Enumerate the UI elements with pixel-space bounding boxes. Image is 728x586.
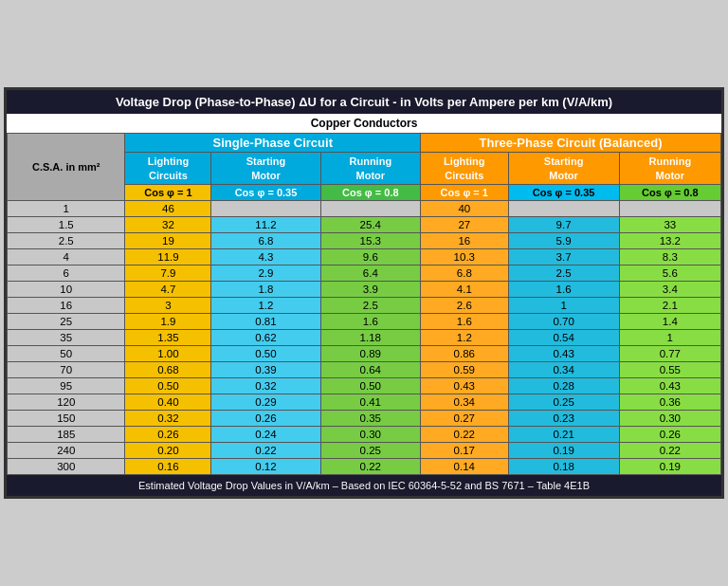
data-cell: 25.4	[320, 216, 421, 232]
data-cell: 1.2	[211, 297, 320, 313]
data-cell: 0.19	[619, 458, 720, 474]
data-cell: 0.54	[508, 329, 619, 345]
data-cell: 1.00	[125, 345, 211, 361]
csa-cell: 150	[8, 410, 125, 426]
data-cell: 27	[421, 216, 508, 232]
data-cell: 4.7	[125, 281, 211, 297]
data-cell: 2.5	[508, 265, 619, 281]
rm-three-header: RunningMotor	[619, 153, 720, 185]
csa-cell: 1.5	[8, 216, 125, 232]
data-cell: 0.81	[211, 313, 320, 329]
data-cell: 0.20	[125, 442, 211, 458]
data-cell: 1.6	[320, 313, 421, 329]
data-cell: 0.30	[320, 426, 421, 442]
data-cell: 9.7	[508, 216, 619, 232]
data-cell: 16	[421, 232, 508, 248]
data-cell: 46	[125, 200, 211, 216]
data-cell: 2.6	[421, 297, 508, 313]
data-cell: 2.1	[619, 297, 720, 313]
voltage-drop-table: C.S.A. in mm² Single-Phase Circuit Three…	[7, 133, 721, 475]
data-cell: 2.5	[320, 297, 421, 313]
data-cell: 0.89	[320, 345, 421, 361]
csa-cell: 300	[8, 458, 125, 474]
data-cell: 0.32	[211, 377, 320, 394]
subtitle-bar: Copper Conductors	[7, 114, 721, 133]
data-cell: 0.16	[125, 458, 211, 474]
cos-lc3-label: Cos φ = 1	[421, 184, 508, 200]
data-cell: 2.9	[211, 265, 320, 281]
data-cell: 0.21	[508, 426, 619, 442]
csa-cell: 35	[8, 329, 125, 345]
data-cell: 1.35	[125, 329, 211, 345]
data-cell	[320, 200, 421, 216]
data-cell: 6.8	[421, 265, 508, 281]
csa-cell: 10	[8, 281, 125, 297]
data-cell: 0.68	[125, 361, 211, 377]
data-cell: 0.40	[125, 394, 211, 410]
data-cell: 1.9	[125, 313, 211, 329]
subtitle: Copper Conductors	[311, 117, 418, 130]
data-cell: 0.43	[508, 345, 619, 361]
sm-three-header: StartingMotor	[508, 153, 619, 185]
data-cell: 1.6	[508, 281, 619, 297]
data-cell: 7.9	[125, 265, 211, 281]
data-cell: 0.64	[320, 361, 421, 377]
data-cell: 0.25	[320, 442, 421, 458]
data-cell: 1.2	[421, 329, 508, 345]
title-bar: Voltage Drop (Phase-to-Phase) ΔU for a C…	[7, 90, 721, 114]
data-cell: 1.18	[320, 329, 421, 345]
data-cell: 40	[421, 200, 508, 216]
data-cell: 11.2	[211, 216, 320, 232]
data-cell: 1.6	[421, 313, 508, 329]
data-cell	[619, 200, 720, 216]
footer-text: Estimated Voltage Drop Values in V/A/km …	[138, 480, 590, 491]
data-cell: 4.1	[421, 281, 508, 297]
data-cell: 0.22	[320, 458, 421, 474]
csa-cell: 50	[8, 345, 125, 361]
data-cell: 0.43	[421, 377, 508, 394]
data-cell: 6.8	[211, 232, 320, 248]
data-cell: 0.50	[320, 377, 421, 394]
csa-cell: 1	[8, 200, 125, 216]
data-cell: 0.22	[211, 442, 320, 458]
data-cell: 3.4	[619, 281, 720, 297]
lc-single-header: LightingCircuits	[125, 153, 211, 185]
data-cell: 1	[619, 329, 720, 345]
data-cell: 0.41	[320, 394, 421, 410]
sm-single-header: StartingMotor	[211, 153, 320, 185]
data-cell: 0.26	[211, 410, 320, 426]
data-cell: 0.18	[508, 458, 619, 474]
data-cell: 0.22	[421, 426, 508, 442]
csa-cell: 185	[8, 426, 125, 442]
data-cell: 8.3	[619, 248, 720, 265]
csa-cell: 6	[8, 265, 125, 281]
data-cell: 10.3	[421, 248, 508, 265]
data-cell: 15.3	[320, 232, 421, 248]
data-cell: 0.77	[619, 345, 720, 361]
data-cell: 0.17	[421, 442, 508, 458]
three-phase-header: Three-Phase Circuit (Balanced)	[421, 134, 721, 153]
data-cell: 0.24	[211, 426, 320, 442]
data-cell: 0.35	[320, 410, 421, 426]
csa-cell: 120	[8, 394, 125, 410]
cos-rm3-label: Cos φ = 0.8	[619, 184, 720, 200]
data-cell: 11.9	[125, 248, 211, 265]
main-title: Voltage Drop (Phase-to-Phase) ΔU for a C…	[116, 95, 612, 109]
data-cell: 0.34	[508, 361, 619, 377]
data-cell: 6.4	[320, 265, 421, 281]
data-cell: 3.9	[320, 281, 421, 297]
data-cell: 0.62	[211, 329, 320, 345]
cos-sm3-label: Cos φ = 0.35	[508, 184, 619, 200]
data-cell	[508, 200, 619, 216]
data-cell: 1	[508, 297, 619, 313]
csa-cell: 2.5	[8, 232, 125, 248]
main-container: Voltage Drop (Phase-to-Phase) ΔU for a C…	[4, 87, 724, 499]
data-cell: 0.26	[619, 426, 720, 442]
csa-cell: 70	[8, 361, 125, 377]
data-cell: 0.50	[211, 345, 320, 361]
data-cell: 0.25	[508, 394, 619, 410]
data-cell: 0.50	[125, 377, 211, 394]
rm-single-header: RunningMotor	[320, 153, 421, 185]
data-cell: 0.70	[508, 313, 619, 329]
data-cell: 33	[619, 216, 720, 232]
